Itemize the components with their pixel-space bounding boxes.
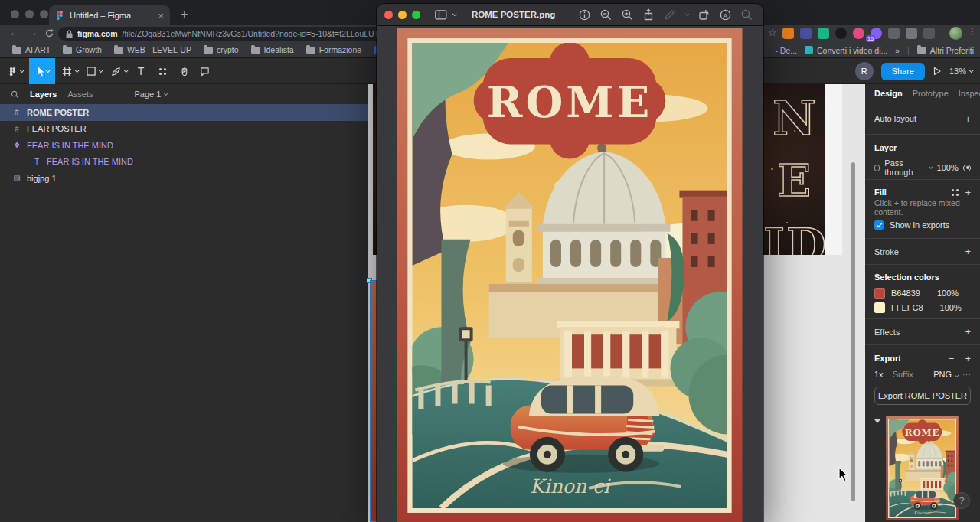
extension-icon[interactable]	[835, 28, 847, 39]
search-icon[interactable]	[11, 90, 19, 99]
bookmark-item[interactable]: Growth	[63, 45, 102, 54]
bookmark-item[interactable]: AI ART	[12, 45, 51, 54]
maximize-button[interactable]	[412, 11, 420, 19]
color-opacity[interactable]: 100%	[937, 289, 959, 298]
blend-mode-select[interactable]: Pass through	[884, 158, 922, 177]
forward-icon[interactable]: →	[28, 27, 38, 38]
layer-row-image[interactable]: ▨ bigjpg 1	[0, 170, 368, 187]
bookmarks-overflow-icon[interactable]: »	[895, 46, 900, 55]
rotate-icon[interactable]	[698, 9, 710, 21]
color-hex[interactable]: FFEFC8	[891, 303, 923, 312]
stroke-add-icon[interactable]: +	[965, 246, 971, 257]
tab-title: Untitled – Figma	[70, 11, 152, 20]
auto-layout-add-icon[interactable]: +	[965, 113, 971, 125]
bookmark-item[interactable]: WEB - LEVEL-UP	[114, 45, 191, 54]
back-icon[interactable]: ←	[9, 27, 19, 38]
preview-app-window[interactable]: ROME POSTER.png	[377, 4, 763, 522]
extensions-puzzle-icon[interactable]	[906, 28, 917, 39]
layer-opacity-value[interactable]: 100%	[937, 163, 959, 172]
export-more-icon[interactable]: ···	[962, 370, 971, 379]
comment-icon	[200, 67, 210, 77]
preview-disclosure-icon[interactable]	[874, 419, 880, 423]
zoom-level-select[interactable]: 13%	[949, 67, 972, 76]
canvas-scrollbar[interactable]	[851, 162, 855, 501]
extension-icon[interactable]	[800, 28, 812, 39]
figma-toolbar-right: R Share 13%	[855, 58, 980, 84]
fill-add-icon[interactable]: +	[965, 187, 971, 198]
share-icon[interactable]	[643, 8, 654, 21]
new-tab-button[interactable]: +	[181, 8, 188, 21]
search-icon[interactable]	[741, 9, 753, 21]
present-play-icon[interactable]	[933, 67, 942, 76]
show-in-exports-checkbox[interactable]	[874, 220, 884, 230]
export-scale-select[interactable]: 1x	[874, 370, 884, 379]
extension-icon[interactable]	[853, 28, 864, 39]
export-remove-icon[interactable]: −	[949, 353, 955, 364]
extension-icon[interactable]	[888, 28, 900, 39]
window-minimize-button[interactable]	[25, 10, 34, 18]
browser-tab[interactable]: Untitled – Figma ×	[49, 5, 170, 25]
tab-layers[interactable]: Layers	[30, 90, 57, 99]
color-swatch[interactable]	[874, 288, 885, 299]
export-button[interactable]: Export ROME POSTER	[874, 387, 971, 405]
hand-tool-button[interactable]	[175, 58, 193, 84]
text-tool-button[interactable]: T	[132, 58, 150, 84]
fill-section-title: Fill	[874, 188, 887, 197]
visibility-eye-icon[interactable]	[963, 165, 971, 171]
text-layer-icon: T	[32, 158, 41, 166]
sidebar-toggle-icon[interactable]	[435, 10, 447, 20]
user-avatar[interactable]: R	[855, 62, 874, 80]
color-swatch[interactable]	[874, 302, 885, 313]
move-tool-button[interactable]	[29, 58, 55, 84]
close-button[interactable]	[384, 11, 393, 19]
layer-row-component[interactable]: ❖ FEAR IS IN THE MIND	[0, 137, 368, 154]
window-zoom-button[interactable]	[40, 10, 48, 18]
tab-inspect[interactable]: Inspect	[959, 89, 980, 98]
minimize-button[interactable]	[398, 11, 407, 19]
tab-design[interactable]: Design	[874, 89, 903, 98]
preview-title-bar[interactable]: ROME POSTER.png	[377, 4, 763, 26]
resources-tool-button[interactable]	[153, 58, 172, 84]
highlight-icon[interactable]: A	[720, 9, 731, 21]
browser-menu-icon[interactable]: ⋮	[968, 26, 977, 37]
extension-icon[interactable]	[923, 28, 935, 39]
bookmark-star-icon[interactable]: ☆	[768, 27, 777, 38]
bookmark-item[interactable]: Formazione	[306, 45, 361, 54]
main-menu-button[interactable]	[5, 58, 26, 84]
color-hex[interactable]: B64839	[891, 289, 920, 298]
bookmark-item[interactable]: crypto	[204, 45, 239, 54]
export-add-icon[interactable]: +	[965, 353, 971, 364]
tab-assets[interactable]: Assets	[67, 90, 93, 99]
page-selector[interactable]: Page 1	[135, 90, 168, 99]
zoom-out-icon[interactable]	[600, 9, 612, 21]
fill-styles-icon[interactable]	[952, 189, 954, 191]
reload-icon[interactable]	[44, 28, 54, 38]
window-close-button[interactable]	[11, 10, 19, 18]
comment-tool-button[interactable]	[195, 58, 214, 84]
export-format-select[interactable]: PNG	[933, 370, 958, 379]
share-button[interactable]: Share	[881, 63, 925, 80]
bookmark-item[interactable]: Idealista	[251, 45, 294, 54]
extension-icon[interactable]	[818, 28, 829, 39]
layer-row-text[interactable]: T FEAR IS IN THE MIND	[0, 154, 368, 171]
layer-row-fear-poster[interactable]: # FEAR POSTER	[0, 121, 368, 138]
pen-tool-button[interactable]	[109, 58, 129, 84]
layer-row-rome-poster[interactable]: # ROME POSTER	[0, 104, 368, 121]
frame-tool-button[interactable]	[60, 58, 80, 84]
color-opacity[interactable]: 100%	[940, 303, 962, 312]
effects-add-icon[interactable]: +	[965, 326, 971, 338]
extension-icon[interactable]	[782, 28, 794, 39]
bookmark-item[interactable]: - De...	[775, 46, 797, 55]
blend-mode-icon[interactable]	[874, 165, 880, 171]
help-button[interactable]: ?	[953, 492, 970, 509]
info-icon[interactable]	[579, 9, 590, 21]
browser-profile-avatar[interactable]	[949, 27, 962, 40]
bookmark-item[interactable]: Converti i video di...	[805, 46, 887, 55]
export-suffix-input[interactable]: Suffix	[893, 370, 913, 379]
zoom-in-icon[interactable]	[622, 9, 633, 21]
tab-prototype[interactable]: Prototype	[913, 89, 949, 98]
tab-close-icon[interactable]: ×	[158, 11, 164, 21]
shape-tool-button[interactable]	[84, 58, 104, 84]
chevron-down-icon[interactable]	[452, 11, 457, 16]
bookmark-item-other[interactable]: Altri Preferiti	[917, 46, 974, 55]
